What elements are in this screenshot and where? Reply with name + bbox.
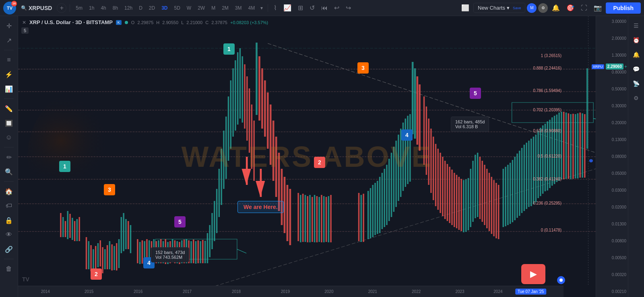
delete-tool[interactable]: 🗑 [2,262,15,275]
chart-type-button[interactable]: 📈 [281,2,294,13]
svg-rect-202 [542,125,543,194]
tf-3M[interactable]: 3M [233,4,244,12]
svg-rect-109 [287,185,289,241]
svg-rect-84 [223,131,224,189]
chart-patterns-tool[interactable]: 📊 [2,82,15,95]
new-charts-button[interactable]: New Charts ▾ Save [473,3,525,13]
tf-D[interactable]: D [136,4,145,12]
avatar-settings[interactable]: ⚙ [538,3,548,13]
tf-2W[interactable]: 2W [195,4,207,12]
current-price-badge: 2.29060 [606,63,623,70]
divider-2 [268,4,268,12]
svg-rect-132 [374,183,376,235]
tf-M[interactable]: M [209,4,218,12]
layout-button[interactable]: ⬜ [459,2,472,13]
svg-rect-57 [160,239,161,263]
svg-rect-220 [584,114,585,178]
price-0-08: 0.08000 [598,154,626,159]
svg-rect-217 [577,113,578,178]
plus-icon: + [624,64,627,70]
right-settings-button[interactable]: ⚙ [630,92,643,104]
svg-rect-199 [535,135,537,202]
subscribe-button[interactable]: ▶ [521,264,545,284]
price-0-2: 0.20000 [598,121,626,125]
add-symbol-button[interactable]: + [57,3,66,13]
replay-back-icon: ⏮ [321,4,328,12]
chat-button[interactable]: 💬 [630,63,643,76]
undo-button[interactable]: ↩ [332,2,342,13]
svg-rect-63 [174,240,175,263]
tradingview-logo[interactable]: TV 16 [3,2,16,14]
high-label: H [156,20,159,25]
replay-back-button[interactable]: ⏮ [319,3,330,13]
chart-area[interactable]: ✕ XRP / U.S. Dollar · 3D · BITSTAMP K O … [18,16,596,297]
tf-5D[interactable]: 5D [172,4,183,12]
fibo-tool[interactable]: ⚡ [2,68,15,81]
tf-2D[interactable]: 2D [147,4,157,12]
chart-timeframe-badge: 5 [21,27,29,34]
data-window-button[interactable]: 📡 [630,77,643,90]
notification-bell-button[interactable]: 🔔 [549,2,562,13]
fullscreen-button[interactable]: ⛶ [578,3,590,13]
crosshair-tool[interactable]: ✛ [2,19,15,32]
svg-rect-61 [169,241,171,263]
tf-12h[interactable]: 12h [122,4,135,12]
wave-label-3b: 3 [357,62,369,74]
draw-line-tool[interactable]: ↗ [2,34,15,47]
watchlist-button[interactable]: ☰ [630,19,643,32]
snapshot-button[interactable]: 📷 [591,2,604,13]
measure-tool[interactable]: ✏ [2,151,15,164]
annotation-tool[interactable]: ✏️ [2,102,15,115]
shapes-tool[interactable]: 🔲 [2,117,15,129]
eye-tool[interactable]: 🔒 [2,214,15,227]
layout-icon: ⬜ [461,4,469,12]
svg-rect-214 [570,114,571,179]
tf-3D[interactable]: 3D [159,4,170,12]
svg-rect-184 [498,185,499,239]
publish-button[interactable]: Publish [606,2,641,14]
svg-rect-166 [456,175,457,228]
nav-dot[interactable] [557,276,565,284]
svg-rect-210 [561,112,562,179]
templates-icon: ⊞ [298,4,303,12]
settings-tool[interactable]: 🔗 [2,243,15,256]
indicators-button[interactable]: ⌇ [271,2,279,13]
screener-button[interactable]: 🎯 [564,2,577,13]
high-value: 2.90550 [162,20,178,25]
magnet-tool[interactable]: 🏠 [2,185,15,198]
tf-5m[interactable]: 5m [73,4,85,12]
right-toolbar: ☰ ⏰ 🔔 💬 📡 ⚙ [628,16,644,297]
chart-close-button[interactable]: ✕ [22,20,26,25]
tf-8h[interactable]: 8h [110,4,120,12]
templates-button[interactable]: ⊞ [295,2,305,13]
timeframe-more-button[interactable]: ▾ [259,4,264,12]
lock-tool[interactable]: 🏷 [2,199,15,212]
svg-rect-221 [586,68,588,149]
svg-rect-160 [442,157,443,216]
redo-button[interactable]: ↪ [343,2,353,13]
avatar-m[interactable]: M [527,3,537,13]
notifications-button[interactable]: 🔔 [630,48,643,61]
date-2020: 2020 [324,289,333,294]
svg-rect-100 [261,68,263,129]
tf-4M[interactable]: 4M [246,4,258,12]
price-0-0021: 0.00210 [598,289,626,294]
svg-rect-164 [451,170,452,225]
tf-2M[interactable]: 2M [219,4,231,12]
zoom-tool[interactable]: 🔍 [2,165,15,178]
date-2022: 2022 [412,289,421,294]
replay-button[interactable]: ↺ [307,2,317,13]
tf-W[interactable]: W [184,4,194,12]
svg-rect-180 [489,173,490,231]
link-tool[interactable]: 👁 [2,228,15,241]
svg-rect-150 [416,76,418,145]
symbol-search-button[interactable]: 🔍 XRPUSD [18,3,55,13]
alerts-button[interactable]: ⏰ [630,34,643,47]
emoji-tool[interactable]: ☺ [2,131,15,144]
tf-1h[interactable]: 1h [87,4,97,12]
price-0-0032: 0.00320 [598,272,626,277]
draw-patterns-tool[interactable]: ≡ [2,53,15,66]
svg-rect-163 [449,167,450,223]
tf-4h[interactable]: 4h [98,4,108,12]
left-divider-1 [4,50,14,50]
